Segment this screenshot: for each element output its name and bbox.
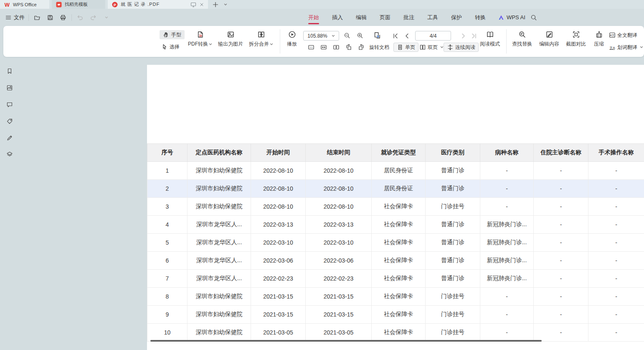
wps-ai-button[interactable]: WPS AI bbox=[498, 9, 525, 26]
layers-panel-button[interactable] bbox=[5, 150, 14, 158]
zoom-select[interactable]: 105.88% bbox=[303, 31, 339, 41]
next-page-button[interactable] bbox=[459, 31, 468, 41]
table-cell: - bbox=[588, 270, 644, 288]
select-cursor-icon bbox=[161, 43, 168, 50]
table-cell: 新冠肺炎门诊... bbox=[480, 234, 534, 252]
continuous-read-button[interactable]: 连续阅读 bbox=[444, 43, 479, 52]
select-tool-button[interactable]: 选择 bbox=[161, 42, 180, 51]
full-translate-button[interactable]: A文 全文翻译 bbox=[609, 31, 637, 40]
table-cell: 2021-03-05 bbox=[251, 324, 306, 342]
menu-item[interactable]: 批注 bbox=[403, 9, 414, 26]
table-cell: 3 bbox=[147, 198, 188, 216]
table-cell: 2022-08-10 bbox=[306, 162, 372, 180]
table-cell: 2022-08-10 bbox=[251, 198, 306, 216]
tab-docer-templates[interactable]: 找稻壳模板 bbox=[52, 0, 105, 9]
tab-wps-office[interactable]: W WPS Office bbox=[0, 0, 49, 9]
play-button[interactable]: 播放 bbox=[282, 30, 302, 48]
extract-page-button[interactable] bbox=[373, 31, 382, 40]
table-cell: 6 bbox=[147, 252, 188, 270]
table-header-cell: 住院主诊断名称 bbox=[534, 144, 588, 162]
rotate-document-button[interactable]: 旋转文档 bbox=[369, 43, 389, 52]
menu-search-button[interactable] bbox=[530, 9, 537, 26]
compress-button[interactable]: 压缩 bbox=[590, 30, 608, 48]
table-cell: 普通门诊 bbox=[426, 252, 480, 270]
table-header-cell: 结束时间 bbox=[306, 144, 372, 162]
horizontal-scrollbar[interactable] bbox=[150, 340, 542, 342]
chevron-down-icon bbox=[270, 43, 273, 46]
comment-icon bbox=[6, 101, 13, 108]
annotation-panel-button[interactable] bbox=[5, 134, 14, 142]
table-cell: 普通门诊 bbox=[426, 162, 480, 180]
rotate-right-button[interactable] bbox=[357, 43, 366, 52]
table-cell: 社会保障卡 bbox=[372, 234, 426, 252]
menu-item[interactable]: 开始 bbox=[308, 9, 319, 26]
close-icon[interactable] bbox=[199, 2, 204, 7]
file-menu-button[interactable]: 文件 bbox=[5, 14, 25, 21]
edit-content-button[interactable]: 编辑内容 bbox=[536, 30, 562, 48]
table-cell: - bbox=[534, 324, 588, 342]
hand-tool-button[interactable]: 手型 bbox=[160, 30, 185, 39]
pdf-convert-button[interactable]: PDF转换 bbox=[187, 30, 213, 48]
table-cell: - bbox=[588, 180, 644, 198]
menu-item[interactable]: 插入 bbox=[332, 9, 343, 26]
save-button[interactable] bbox=[46, 13, 55, 22]
table-cell: 2022-03-10 bbox=[251, 234, 306, 252]
bookmark-panel-button[interactable] bbox=[5, 67, 14, 75]
word-translate-button[interactable]: 文A 划词翻译 bbox=[609, 43, 643, 52]
record-table: 序号定点医药机构名称开始时间结束时间就诊凭证类型医疗类别病种名称住院主诊断名称手… bbox=[147, 143, 644, 342]
menu-item[interactable]: 编辑 bbox=[356, 9, 367, 26]
prev-page-button[interactable] bbox=[403, 31, 412, 41]
table-cell: 2022-03-10 bbox=[306, 234, 372, 252]
thumbnail-icon bbox=[6, 84, 13, 91]
single-page-icon bbox=[397, 44, 403, 51]
fit-width-button[interactable] bbox=[319, 43, 328, 52]
table-cell: 普通门诊 bbox=[426, 180, 480, 198]
export-image-button[interactable]: 输出为图片 bbox=[216, 30, 246, 48]
comment-panel-button[interactable] bbox=[5, 100, 14, 109]
read-mode-button[interactable]: 阅读模式 bbox=[477, 30, 503, 48]
table-cell: 普通门诊 bbox=[426, 234, 480, 252]
menu-item[interactable]: 工具 bbox=[427, 9, 438, 26]
screenshot-compare-button[interactable]: 截图对比 bbox=[563, 30, 589, 48]
chevron-down-icon bbox=[105, 16, 108, 19]
find-replace-button[interactable]: 查找替换 bbox=[509, 30, 535, 48]
table-cell: 深圳市妇幼保健院 bbox=[188, 198, 251, 216]
pdf-file-icon: P bbox=[112, 1, 118, 8]
full-translate-icon: A文 bbox=[609, 32, 616, 38]
attachment-panel-button[interactable] bbox=[5, 117, 14, 125]
monitor-icon[interactable] bbox=[190, 1, 197, 8]
print-button[interactable] bbox=[58, 13, 68, 22]
double-page-button[interactable]: 双页 bbox=[419, 43, 444, 52]
tool-label: 查找替换 bbox=[512, 41, 532, 48]
zoom-out-button[interactable] bbox=[342, 31, 352, 40]
menu-item[interactable]: 转换 bbox=[475, 9, 486, 26]
thumbnail-panel-button[interactable] bbox=[5, 84, 14, 92]
menu-item[interactable]: 页面 bbox=[380, 9, 390, 26]
page-number-input[interactable]: 4/4 bbox=[415, 31, 451, 41]
redo-button[interactable] bbox=[89, 13, 98, 22]
actual-size-button[interactable]: 1:1 bbox=[307, 43, 316, 52]
single-page-button[interactable]: 单页 bbox=[393, 43, 418, 52]
menu-item[interactable]: 保护 bbox=[451, 9, 462, 26]
table-cell: 居民身份证 bbox=[372, 162, 426, 180]
zoom-in-button[interactable] bbox=[355, 31, 365, 40]
tab-document[interactable]: P 就 医 记 录 .PDF bbox=[108, 0, 208, 9]
table-cell: - bbox=[480, 198, 534, 216]
first-page-button[interactable] bbox=[391, 31, 400, 41]
table-row: 9深圳市妇幼保健院2021-03-152021-03-15社会保障卡门诊挂号--… bbox=[147, 306, 644, 324]
table-cell: 深圳市妇幼保健院 bbox=[188, 288, 251, 306]
split-merge-button[interactable]: 拆分合并 bbox=[247, 30, 275, 48]
tab-list-chevron-icon[interactable] bbox=[224, 3, 227, 6]
open-folder-icon bbox=[34, 14, 41, 21]
table-cell: 深圳市妇幼保健院 bbox=[188, 306, 251, 324]
new-tab-plus-icon[interactable] bbox=[212, 1, 219, 8]
zoom-out-icon bbox=[344, 32, 350, 39]
tab-label: 找稻壳模板 bbox=[65, 1, 88, 8]
fit-page-button[interactable] bbox=[332, 43, 341, 52]
table-cell: 8 bbox=[147, 288, 188, 306]
rotate-left-button[interactable] bbox=[344, 43, 353, 52]
undo-button[interactable] bbox=[76, 13, 85, 22]
open-file-button[interactable] bbox=[33, 13, 42, 22]
history-dropdown-button[interactable] bbox=[101, 13, 111, 22]
search-icon bbox=[530, 14, 537, 21]
